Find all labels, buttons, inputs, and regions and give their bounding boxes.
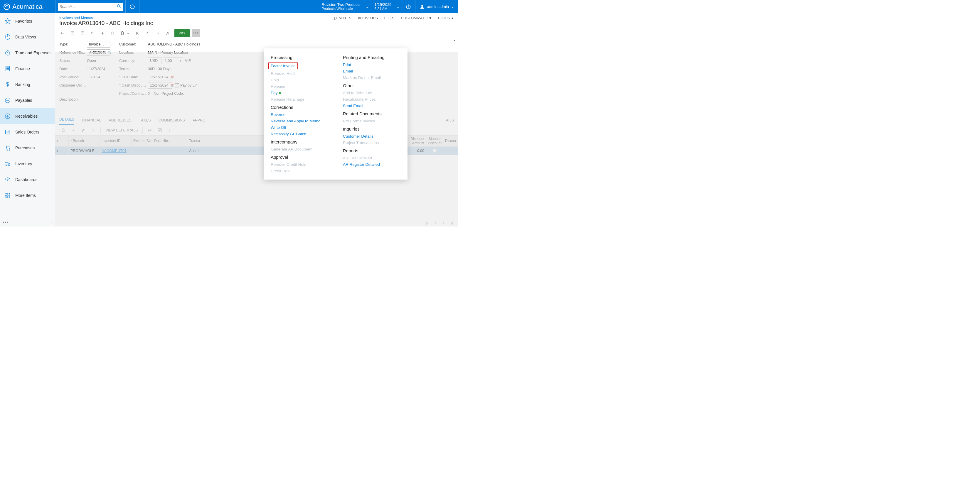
refresh-button[interactable]	[126, 0, 140, 13]
back-button[interactable]	[58, 29, 67, 38]
sidebar-item-more[interactable]: More Items	[0, 187, 55, 203]
type-label: Type:	[59, 42, 87, 46]
sidebar-item-payables[interactable]: Payables	[0, 92, 55, 108]
user-menu[interactable]: admin admin ⌄	[415, 0, 458, 13]
cart-icon	[4, 144, 11, 151]
star-icon	[4, 17, 11, 25]
svg-point-36	[7, 195, 8, 196]
business-time-value: 6:21 AM	[375, 7, 398, 11]
save-button[interactable]	[78, 29, 87, 38]
collapse-form-icon[interactable]: ⌃	[453, 39, 456, 44]
delete-button[interactable]	[108, 29, 117, 38]
last-record-button[interactable]	[163, 29, 172, 38]
customer-label: Customer:	[119, 42, 148, 46]
collapse-sidebar-icon[interactable]: ‹	[51, 220, 52, 225]
status-dot-icon	[278, 92, 281, 94]
dd-print[interactable]: Print	[343, 62, 401, 67]
svg-point-5	[421, 5, 423, 7]
search-box[interactable]	[58, 3, 123, 11]
tenant-name: Revision Two Products	[322, 2, 367, 7]
sidebar-item-label: Time and Expenses	[15, 51, 51, 55]
dd-head-processing: Processing	[271, 55, 328, 60]
dd-release-retainage: Release Retainage	[271, 97, 328, 101]
dd-release: Release	[271, 84, 328, 89]
search-icon[interactable]	[116, 4, 121, 10]
gauge-icon	[4, 176, 11, 183]
sidebar-item-label: Receivables	[15, 114, 38, 119]
dd-factor-invoice[interactable]: Factor Invoice	[268, 62, 298, 69]
dd-mark-no-email: Mark as Do not Email	[343, 75, 401, 80]
add-button[interactable]	[98, 29, 107, 38]
more-actions-button[interactable]: •••	[192, 29, 200, 37]
pay-button[interactable]: PAY	[174, 29, 190, 37]
dd-pay[interactable]: Pay	[271, 91, 328, 95]
dd-head-corrections: Corrections	[271, 105, 328, 110]
help-button[interactable]	[402, 0, 415, 13]
chevron-down-icon: ⌄	[102, 43, 105, 46]
sidebar-item-receivables[interactable]: Receivables	[0, 108, 55, 124]
dd-email[interactable]: Email	[343, 69, 401, 73]
dd-reverse[interactable]: Reverse	[271, 113, 328, 117]
undo-button[interactable]	[88, 29, 97, 38]
svg-point-16	[7, 70, 7, 70]
svg-point-25	[7, 150, 8, 151]
save-close-button[interactable]	[68, 29, 77, 38]
search-input[interactable]	[60, 5, 116, 9]
tenant-sub: Products Wholesale	[322, 7, 367, 11]
sidebar-item-favorites[interactable]: Favorites	[0, 13, 55, 29]
chevron-down-icon: ⌄	[451, 5, 454, 8]
svg-point-17	[7, 70, 8, 70]
svg-point-4	[408, 8, 409, 8]
dd-reverse-apply[interactable]: Reverse and Apply to Memo	[271, 119, 328, 123]
files-link[interactable]: FILES	[384, 16, 395, 20]
sidebar-item-sales-orders[interactable]: Sales Orders	[0, 124, 55, 140]
svg-rect-27	[5, 163, 8, 165]
sidebar-footer: ••• ‹	[0, 218, 55, 227]
business-date-value: 1/15/2025	[375, 2, 398, 7]
dd-head-reports: Reports	[343, 148, 401, 153]
sidebar-item-inventory[interactable]: Inventory	[0, 156, 55, 172]
ellipsis-icon: •••	[193, 31, 199, 35]
clipboard-button[interactable]	[118, 29, 127, 38]
tools-link[interactable]: TOOLS ▼	[438, 16, 454, 20]
dd-head-inquiries: Inquiries	[343, 127, 401, 132]
dollar-icon	[4, 81, 11, 88]
sidebar-item-banking[interactable]: Banking	[0, 76, 55, 92]
sidebar: Favorites Data Views Time and Expenses F…	[0, 13, 55, 227]
breadcrumb-link[interactable]: Invoices and Memos	[59, 16, 93, 20]
dd-write-off[interactable]: Write Off	[271, 125, 328, 130]
activities-link[interactable]: ACTIVITIES	[358, 16, 378, 20]
svg-rect-41	[71, 32, 74, 35]
toolbar: ⌄ PAY •••	[55, 28, 458, 38]
top-bar: Acumatica Revision Two Products Products…	[0, 0, 458, 13]
svg-point-33	[7, 193, 8, 194]
more-dots-icon[interactable]: •••	[3, 220, 9, 225]
sidebar-item-dashboards[interactable]: Dashboards	[0, 172, 55, 187]
dd-pay-label: Pay	[271, 91, 277, 95]
dd-reclassify[interactable]: Reclassify GL Batch	[271, 132, 328, 136]
first-record-button[interactable]	[133, 29, 142, 38]
brand[interactable]: Acumatica	[0, 0, 55, 13]
next-record-button[interactable]	[153, 29, 162, 38]
dd-add-schedule: Add to Schedule	[343, 91, 401, 95]
sidebar-item-label: Favorites	[15, 19, 32, 24]
sidebar-item-time-expenses[interactable]: Time and Expenses	[0, 45, 55, 61]
chevron-down-icon[interactable]: ⌄	[127, 32, 129, 35]
sidebar-item-purchases[interactable]: Purchases	[0, 140, 55, 156]
notes-link[interactable]: NOTES	[334, 16, 352, 20]
sidebar-item-data-views[interactable]: Data Views	[0, 29, 55, 45]
tenant-selector[interactable]: Revision Two Products Products Wholesale…	[318, 0, 371, 13]
dd-customer-details[interactable]: Customer Details	[343, 134, 401, 138]
dd-pro-forma: Pro Forma Invoice	[343, 119, 401, 123]
customization-link[interactable]: CUSTOMIZATION	[401, 16, 431, 20]
dd-ar-register[interactable]: AR Register Detailed	[343, 162, 401, 166]
svg-marker-6	[5, 19, 10, 24]
main-area: NOTES ACTIVITIES FILES CUSTOMIZATION TOO…	[55, 13, 458, 227]
sidebar-item-finance[interactable]: Finance	[0, 61, 55, 76]
type-selector[interactable]: Invoice⌄	[87, 41, 110, 48]
caret-down-icon: ▼	[451, 17, 454, 20]
dd-send-email[interactable]: Send Email	[343, 103, 401, 108]
prev-record-button[interactable]	[143, 29, 152, 38]
business-date[interactable]: 1/15/2025 6:21 AM ⌄	[371, 0, 402, 13]
svg-point-39	[7, 197, 8, 198]
